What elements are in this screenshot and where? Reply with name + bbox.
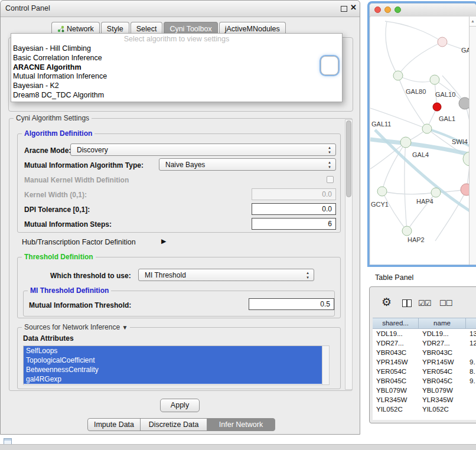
table-header[interactable]: shared... name <box>373 318 476 329</box>
select-all-checkboxes-icon[interactable]: ☑☑ <box>418 299 431 308</box>
table-row[interactable]: YLR345WYLR345W <box>373 395 476 405</box>
table-row[interactable]: YER054CYER054C8. <box>373 367 476 376</box>
network-node[interactable] <box>377 187 387 196</box>
control-panel-titlebar[interactable]: Control Panel ✕ <box>1 1 360 17</box>
network-node[interactable] <box>402 226 412 236</box>
table-row[interactable]: YPR145WYPR145W9. <box>373 357 476 367</box>
bottom-tab-infer-network[interactable]: Infer Network <box>207 418 275 431</box>
tab-label: Select <box>136 25 157 33</box>
table-row[interactable]: YDL19...YDL19...13 <box>373 329 476 338</box>
mi-threshold-input[interactable] <box>249 298 334 310</box>
aracne-mode-select[interactable]: Discovery ▴▾ <box>70 144 336 156</box>
network-node[interactable] <box>422 124 432 133</box>
network-node[interactable] <box>430 75 439 84</box>
apply-button[interactable]: Apply <box>160 399 200 412</box>
table-panel-window: ⚙ ☑☑ ☐☐ shared... name YDL19...YDL19...1… <box>369 286 476 423</box>
focused-button[interactable] <box>321 56 338 75</box>
float-window-icon[interactable] <box>341 6 347 12</box>
columns-icon[interactable] <box>402 299 412 307</box>
table-cell <box>466 395 476 405</box>
deselect-all-checkboxes-icon[interactable]: ☐☐ <box>439 299 452 308</box>
table-cell: 8. <box>466 367 476 376</box>
algorithm-option[interactable]: ARACNE Algorithm <box>11 63 342 73</box>
traffic-light-close-icon[interactable] <box>374 6 381 13</box>
column-header-extra[interactable] <box>466 318 476 328</box>
network-canvas[interactable]: GAL80GAL10GAL11GAL1SWI4GAL4GCY1HAP4HAP2G… <box>370 17 469 265</box>
network-edge <box>398 76 427 129</box>
manual-kernel-checkbox[interactable] <box>327 176 334 183</box>
dropdown-prompt: Select algorithm to view settings <box>11 34 342 44</box>
attribute-item[interactable]: gal4RGexp <box>24 374 322 384</box>
algorithm-option[interactable]: Bayesian - Hill Climbing <box>11 44 342 54</box>
algorithm-option[interactable]: Dream8 DC_TDC Algorithm <box>11 91 342 100</box>
hub-definition-label[interactable]: Hub/Transcription Factor Definition <box>22 238 136 246</box>
mi-steps-input[interactable] <box>252 218 336 230</box>
status-strip <box>0 444 476 450</box>
network-window-titlebar[interactable] <box>370 4 476 17</box>
network-node[interactable] <box>393 71 403 80</box>
bottom-tab-impute-data[interactable]: Impute Data <box>87 418 141 431</box>
table-row[interactable]: YDR27...YDR27...12 <box>373 338 476 348</box>
bottom-tab-bar: Impute DataDiscretize DataInfer Network <box>87 418 275 431</box>
table-row[interactable]: YBR043CYBR043C <box>373 348 476 357</box>
network-node[interactable] <box>431 188 441 197</box>
traffic-light-minimize-icon[interactable] <box>384 6 391 13</box>
control-panel-window: Control Panel ✕ NetworkStyleSelectCyni T… <box>0 0 360 435</box>
aracne-mode-value: Discovery <box>77 146 108 154</box>
algorithm-dropdown-popup: Select algorithm to view settingsBayesia… <box>11 33 343 102</box>
collapsed-arrow-icon[interactable]: ▶ <box>161 237 166 245</box>
list-scrollbar-track[interactable] <box>322 345 330 385</box>
algorithm-option[interactable]: Basic Correlation Inference <box>11 54 342 63</box>
table-row[interactable]: YBL079WYBL079W <box>373 386 476 395</box>
algorithm-option[interactable]: Bayesian - K2 <box>11 81 342 91</box>
dpi-tolerance-label: DPI Tolerance [0,1]: <box>24 206 90 214</box>
table-cell: YBL079W <box>373 386 419 395</box>
table-cell: YBR043C <box>419 348 466 357</box>
mi-algorithm-type-select[interactable]: Naive Bayes ▴▾ <box>159 158 336 171</box>
expanded-arrow-icon[interactable]: ▼ <box>122 324 128 331</box>
network-node[interactable] <box>438 37 447 47</box>
network-node[interactable] <box>461 184 469 195</box>
gear-icon[interactable]: ⚙ <box>382 295 392 309</box>
table-row[interactable]: YIL052CYIL052C <box>373 405 476 414</box>
settings-group-title: Cyni Algorithm Settings <box>14 114 92 122</box>
network-icon <box>57 25 64 32</box>
attribute-item[interactable]: TopologicalCoefficient <box>24 356 322 365</box>
traffic-light-zoom-icon[interactable] <box>395 6 401 13</box>
sources-group-title[interactable]: Sources for Network Inference ▼ <box>22 323 130 331</box>
data-attributes-label: Data Attributes <box>23 334 74 343</box>
combo-arrows-icon: ▴▾ <box>327 145 332 155</box>
network-node[interactable] <box>433 103 441 111</box>
close-icon[interactable]: ✕ <box>350 3 357 12</box>
table-cell: YIL052C <box>373 405 419 414</box>
table-cell <box>466 405 476 414</box>
threshold-definition-title: Threshold Definition <box>22 253 96 261</box>
table-cell: YIL052C <box>419 405 466 414</box>
table-cell: 13 <box>466 329 476 338</box>
table-cell: YDL19... <box>419 329 466 338</box>
node-label: GAL80 <box>406 88 426 95</box>
network-node[interactable] <box>459 97 469 109</box>
table-cell: 9. <box>466 357 476 367</box>
kernel-width-input[interactable] <box>252 188 336 200</box>
column-header-shared[interactable]: shared... <box>373 318 419 328</box>
scroll-up-icon[interactable]: ▲ <box>470 17 476 27</box>
attribute-item[interactable]: BetweennessCentrality <box>24 365 322 374</box>
network-scrollbar-track[interactable]: ▲ <box>469 17 476 265</box>
tab-label: Cyni Toolbox <box>169 25 211 33</box>
algorithm-option[interactable]: Mutual Information Inference <box>11 72 342 81</box>
bottom-tab-discretize-data[interactable]: Discretize Data <box>140 418 207 431</box>
algorithm-definition-title: Algorithm Definition <box>22 129 94 138</box>
column-header-name[interactable]: name <box>419 318 466 328</box>
table-cell: 12 <box>466 338 476 348</box>
which-threshold-select[interactable]: MI Threshold ▴▾ <box>138 269 314 281</box>
node-label: GCY1 <box>371 201 389 208</box>
network-node[interactable] <box>400 137 411 148</box>
node-label: GAL8 <box>461 47 469 54</box>
table-cell: YPR145W <box>373 357 419 367</box>
mi-steps-label: Mutual Information Steps: <box>24 220 112 229</box>
settings-scrollbar-thumb[interactable] <box>346 120 351 197</box>
dpi-tolerance-input[interactable] <box>252 203 336 215</box>
table-row[interactable]: YBR045CYBR045C9. <box>373 376 476 386</box>
attribute-item[interactable]: SelfLoops <box>24 346 322 356</box>
